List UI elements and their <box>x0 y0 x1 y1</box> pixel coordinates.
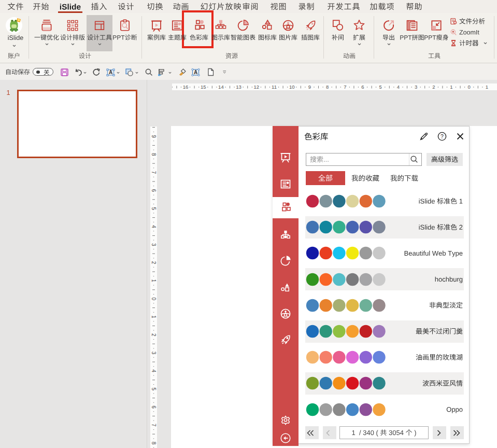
svg-text:1: 1 <box>486 84 488 90</box>
svg-text:5: 5 <box>151 207 157 210</box>
svg-text:2: 2 <box>151 333 157 337</box>
svg-text:9: 9 <box>308 84 311 90</box>
svg-text:6: 6 <box>151 189 157 192</box>
svg-text:0: 0 <box>468 84 471 90</box>
svg-text:6: 6 <box>151 405 157 409</box>
svg-text:7: 7 <box>344 84 346 90</box>
svg-text:1: 1 <box>151 279 157 283</box>
svg-text:?: ? <box>441 133 444 139</box>
svg-text:2: 2 <box>151 261 157 264</box>
svg-text:12: 12 <box>254 84 260 90</box>
svg-text:10: 10 <box>289 84 295 90</box>
svg-text:0: 0 <box>151 297 157 300</box>
svg-text:4: 4 <box>151 370 157 373</box>
svg-text:8: 8 <box>326 84 329 90</box>
svg-text:8: 8 <box>151 153 157 156</box>
svg-text:11: 11 <box>272 84 277 90</box>
svg-text:4: 4 <box>397 84 400 90</box>
svg-text:1: 1 <box>151 315 157 318</box>
svg-text:15: 15 <box>201 84 206 90</box>
svg-text:4: 4 <box>151 225 157 228</box>
svg-text:9: 9 <box>151 135 157 138</box>
svg-text:2: 2 <box>432 84 435 90</box>
svg-text:8: 8 <box>151 442 157 445</box>
svg-text:16: 16 <box>183 84 189 90</box>
svg-text:A: A <box>109 69 112 75</box>
svg-text:1: 1 <box>450 84 452 90</box>
svg-text:3: 3 <box>151 352 157 355</box>
svg-text:6: 6 <box>361 84 364 90</box>
svg-text:7: 7 <box>151 171 157 174</box>
svg-text:5: 5 <box>379 84 382 90</box>
svg-text:A: A <box>194 69 197 75</box>
svg-text:7: 7 <box>151 424 157 427</box>
svg-text:14: 14 <box>218 84 224 90</box>
svg-text:3: 3 <box>415 84 417 90</box>
svg-text:13: 13 <box>236 84 242 90</box>
svg-text:5: 5 <box>151 387 157 390</box>
svg-text:3: 3 <box>151 243 157 246</box>
